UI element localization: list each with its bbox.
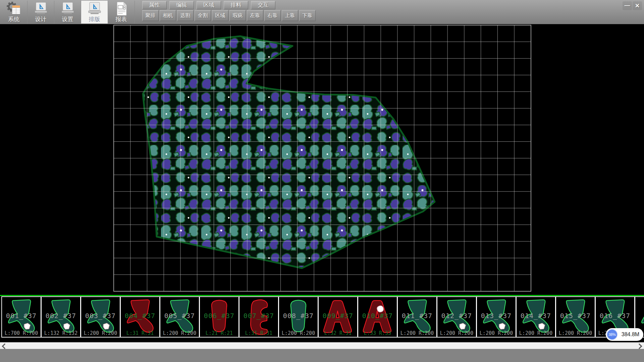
piece-id: 007_#37 — [239, 312, 278, 320]
piece-thumbnail-strip: 001_#37L:700 R:700002_#37L:132 R:132003_… — [0, 296, 644, 338]
piece-lr-count: L:200 R:200 — [398, 330, 436, 336]
system-gear-table-icon — [7, 1, 21, 16]
menu-tab-1[interactable]: 属性 — [142, 1, 167, 9]
nesting-canvas-svg — [0, 24, 644, 341]
piece-thumbnail-14[interactable]: 014_#37L:200 R:200 — [516, 296, 556, 338]
piece-lr-count: L:200 R:200 — [556, 330, 595, 336]
tool-button-10[interactable]: 下靠 — [299, 10, 316, 21]
menu-tab-5[interactable]: 交互 — [251, 1, 275, 9]
piece-thumbnail-12[interactable]: 012_#37L:200 R:200 — [437, 296, 477, 338]
tool-button-3[interactable]: 选割 — [177, 10, 194, 21]
piece-thumbnail-3[interactable]: 003_#37L:200 R:200 — [80, 296, 120, 338]
piece-thumbnail-10[interactable]: 010_#37L:33 R:33 — [358, 296, 397, 338]
big-button-label: 系统 — [8, 16, 20, 23]
piece-lr-count: L:21 R:21 — [200, 330, 238, 336]
scroll-right-icon[interactable] — [637, 344, 642, 349]
menu-tab-4[interactable]: 排料 — [224, 1, 248, 9]
piece-lr-count: L:200 R:200 — [517, 330, 555, 336]
piece-lr-count: L:200 R:200 — [160, 330, 199, 336]
memory-value: 384.8M — [618, 331, 643, 338]
piece-id: 001_#37 — [2, 312, 41, 320]
piece-lr-count: L:32 R:31 — [319, 330, 357, 336]
big-button-4[interactable]: 排版 — [81, 1, 108, 23]
piece-id: 005_#37 — [160, 312, 199, 320]
tool-button-4[interactable]: 全割 — [195, 10, 211, 21]
piece-thumbnail-4[interactable]: 004_#37L:31 R:31 — [120, 296, 160, 338]
piece-id: 015_#37 — [556, 312, 595, 320]
status-bar — [0, 349, 644, 362]
piece-id: 004_#37 — [121, 312, 159, 320]
piece-thumbnail-1[interactable]: 001_#37L:700 R:700 — [1, 296, 41, 338]
tool-button-6[interactable]: 瑕疵 — [229, 10, 246, 21]
piece-lr-count: L:200 R:200 — [477, 330, 516, 336]
thumbnail-strip-divider — [0, 295, 644, 296]
big-buttons: 系统设计设置排版报表 — [1, 1, 135, 23]
piece-thumbnail-11[interactable]: 011_#37L:200 R:200 — [397, 296, 437, 338]
big-button-label: 排版 — [89, 16, 100, 23]
minimize-button[interactable]: — — [623, 1, 632, 10]
piece-id: 006_#37 — [200, 312, 238, 320]
big-button-1[interactable]: 系统 — [1, 1, 28, 23]
piece-lr-count: L:200 R:200 — [279, 330, 318, 336]
menu-tabs: 属性编辑区域排料交互 — [142, 1, 278, 9]
big-button-label: 设计 — [35, 16, 47, 23]
big-button-5[interactable]: 报表 — [108, 1, 135, 23]
tool-button-9[interactable]: 上靠 — [282, 10, 298, 21]
piece-id: 003_#37 — [81, 312, 120, 320]
piece-lr-count: L:200 R:200 — [81, 330, 120, 336]
big-button-2[interactable]: 设计 — [28, 1, 54, 23]
piece-lr-count: L:33 R:33 — [358, 330, 397, 336]
piece-lr-count: L:31 R:31 — [239, 330, 278, 336]
piece-id: 002_#37 — [42, 312, 80, 320]
piece-lr-count: L:200 R:200 — [437, 330, 476, 336]
report-document-icon — [114, 1, 129, 16]
settings-ruler-icon — [60, 1, 75, 16]
menu-tab-2[interactable]: 编辑 — [169, 1, 194, 9]
progress-circle: 38% — [607, 329, 618, 340]
tool-row: 聚排相机选割全割区域瑕疵左靠右靠上靠下靠 — [142, 10, 317, 21]
piece-id: 014_#37 — [517, 312, 555, 320]
big-button-label: 设置 — [62, 16, 73, 23]
piece-thumbnail-13[interactable]: 013_#37L:200 R:200 — [476, 296, 516, 338]
application-window: 系统设计设置排版报表 属性编辑区域排料交互 聚排相机选割全割区域瑕疵左靠右靠上靠… — [0, 0, 644, 362]
piece-id: 013_#37 — [477, 312, 516, 320]
piece-lr-count: L:700 R:700 — [2, 330, 41, 336]
big-button-label: 报表 — [116, 16, 127, 23]
piece-thumbnail-6[interactable]: 006_#37L:21 R:21 — [199, 296, 239, 338]
piece-thumbnail-7[interactable]: 007_#37L:31 R:31 — [239, 296, 279, 338]
piece-id: 016_#37 — [596, 312, 634, 320]
memory-indicator[interactable]: 38% 384.8M — [606, 328, 643, 341]
piece-lr-count: L:132 R:132 — [42, 330, 80, 336]
horizontal-scrollbar[interactable] — [0, 342, 644, 349]
piece-thumbnail-15[interactable]: 015_#37L:200 R:200 — [555, 296, 595, 338]
nesting-canvas[interactable] — [0, 24, 644, 341]
piece-id: 009_#37 — [319, 312, 357, 320]
window-controls: — ✕ — [623, 1, 642, 10]
piece-id: 010_#37 — [358, 312, 397, 320]
design-ruler-icon — [34, 1, 48, 16]
piece-id: 011_#37 — [398, 312, 436, 320]
close-button[interactable]: ✕ — [633, 1, 642, 10]
layout-ruler-icon — [87, 1, 102, 16]
scroll-left-icon[interactable] — [2, 344, 8, 349]
tool-button-1[interactable]: 聚排 — [142, 10, 159, 21]
main-toolbar: 系统设计设置排版报表 属性编辑区域排料交互 聚排相机选割全割区域瑕疵左靠右靠上靠… — [0, 0, 644, 24]
tool-button-2[interactable]: 相机 — [160, 10, 176, 21]
tool-button-5[interactable]: 区域 — [212, 10, 228, 21]
piece-thumbnail-5[interactable]: 005_#37L:200 R:200 — [160, 296, 200, 338]
big-button-3[interactable]: 设置 — [54, 1, 81, 23]
piece-thumbnail-9[interactable]: 009_#37L:32 R:31 — [318, 296, 358, 338]
tool-button-8[interactable]: 右靠 — [264, 10, 281, 21]
piece-thumbnail-8[interactable]: 008_#37L:200 R:200 — [278, 296, 318, 338]
piece-thumbnail-2[interactable]: 002_#37L:132 R:132 — [41, 296, 81, 338]
menu-tab-3[interactable]: 区域 — [197, 1, 221, 9]
piece-id: 012_#37 — [437, 312, 476, 320]
piece-id: 008_#37 — [279, 312, 318, 320]
piece-lr-count: L:31 R:31 — [121, 330, 159, 336]
tool-button-7[interactable]: 左靠 — [247, 10, 263, 21]
